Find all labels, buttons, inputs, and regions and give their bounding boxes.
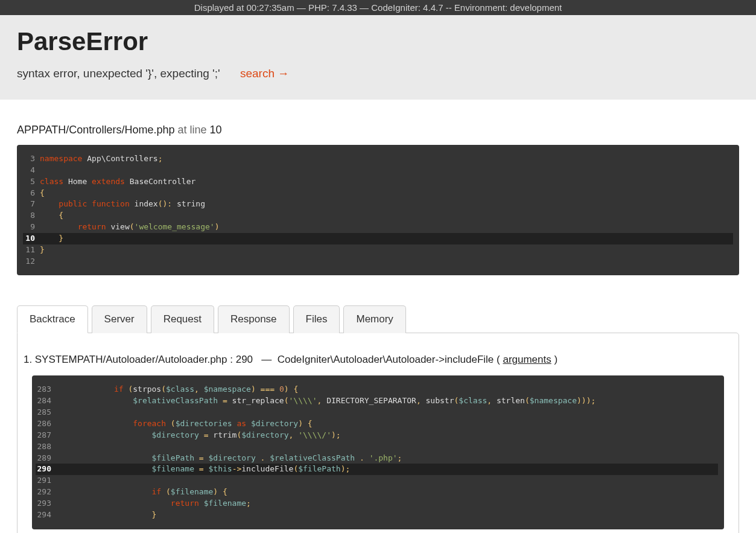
file-path-text: APPPATH/Controllers/Home.php [17,124,174,136]
at-line-text: at line [177,124,209,136]
tabs-nav: Backtrace Server Request Response Files … [17,305,739,333]
tab-request[interactable]: Request [151,305,214,333]
trace-close: ) [554,354,558,365]
status-bar: Displayed at 00:27:35am — PHP: 7.4.33 — … [0,0,756,15]
highlighted-line: 10 } [23,233,733,244]
trace-call: CodeIgniter\Autoloader\Autoloader->inclu… [278,354,500,365]
tab-server[interactable]: Server [92,305,147,333]
main-container: APPPATH/Controllers/Home.php at line 10 … [0,100,756,533]
tab-files[interactable]: Files [293,305,340,333]
tab-content-backtrace: 1. SYSTEMPATH/Autoloader/Autoloader.php … [17,333,739,533]
tab-response[interactable]: Response [218,305,290,333]
tab-memory[interactable]: Memory [343,305,405,333]
search-link[interactable]: search → [240,67,289,80]
trace-index: 1. [24,354,32,366]
backtrace-item: 1. SYSTEMPATH/Autoloader/Autoloader.php … [32,354,724,529]
status-text: Displayed at 00:27:35am — PHP: 7.4.33 — … [194,2,562,13]
tab-backtrace[interactable]: Backtrace [17,305,88,333]
error-header: ParseError syntax error, unexpected '}',… [0,15,756,100]
trace-file: SYSTEMPATH/Autoloader/Autoloader.php : 2… [35,354,253,365]
error-title: ParseError [17,27,739,56]
error-message: syntax error, unexpected '}', expecting … [17,67,220,80]
source-file-path: APPPATH/Controllers/Home.php at line 10 [17,124,739,136]
backtrace-code-block: 283 if (strpos($class, $namespace) === 0… [32,375,724,529]
source-code-block: 3namespace App\Controllers; 4 5class Hom… [17,145,739,275]
highlighted-line-trace: 290 $filename = $this->includeFile($file… [36,464,718,475]
line-number: 10 [210,124,222,136]
arguments-link[interactable]: arguments [503,354,551,365]
backtrace-title: 1. SYSTEMPATH/Autoloader/Autoloader.php … [24,354,724,366]
trace-separator: — [261,354,272,365]
search-label: search → [240,67,289,80]
error-message-row: syntax error, unexpected '}', expecting … [17,67,739,80]
